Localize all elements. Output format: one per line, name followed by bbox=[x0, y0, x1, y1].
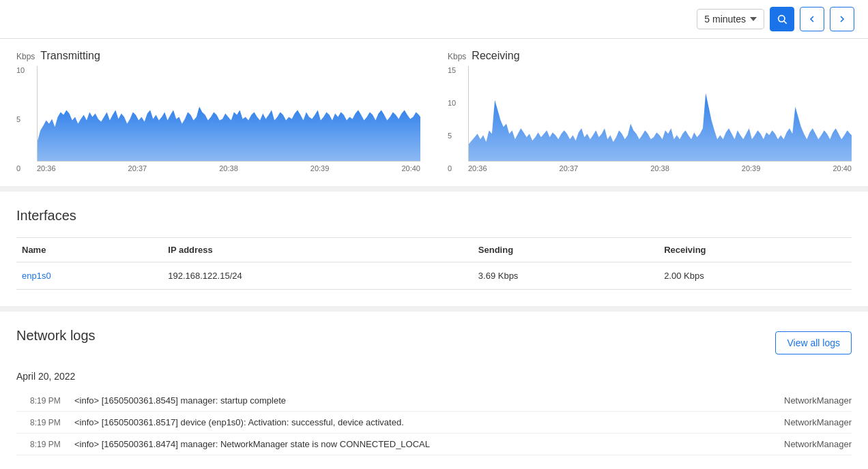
receiving-y-axis: 15 10 5 0 bbox=[448, 66, 456, 172]
receiving-x-axis: 20:36 20:37 20:38 20:39 20:40 bbox=[468, 164, 852, 172]
search-icon bbox=[777, 14, 787, 25]
log-message-1: <info> [1650500361.8517] device (enp1s0)… bbox=[74, 417, 404, 427]
next-button[interactable] bbox=[830, 7, 854, 31]
table-row: enp1s0 192.168.122.15/24 3.69 Kbps 2.00 … bbox=[16, 262, 852, 290]
col-sending: Sending bbox=[473, 238, 659, 262]
log-source-0: NetworkManager bbox=[784, 395, 852, 406]
log-message-0: <info> [1650500361.8545] manager: startu… bbox=[74, 395, 286, 406]
network-logs-card: Network logs View all logs April 20, 202… bbox=[0, 312, 868, 469]
log-time-1: 8:19 PM bbox=[30, 418, 68, 427]
logs-header: Network logs View all logs bbox=[16, 328, 852, 357]
interfaces-title: Interfaces bbox=[16, 208, 852, 224]
section-divider-2 bbox=[0, 306, 868, 312]
svg-line-1 bbox=[784, 21, 787, 24]
transmitting-chart-area bbox=[37, 66, 420, 162]
log-entry-2: 8:19 PM <info> [1650500361.8474] manager… bbox=[16, 434, 852, 455]
chevron-right-icon bbox=[837, 14, 848, 25]
receiving-chart-wrapper: 15 10 5 0 20:36 20:37 bbox=[468, 66, 852, 172]
time-select-value: 5 minutes bbox=[704, 14, 746, 25]
network-logs-title: Network logs bbox=[16, 328, 96, 344]
view-all-logs-button[interactable]: View all logs bbox=[775, 331, 852, 354]
log-source-1: NetworkManager bbox=[784, 417, 852, 427]
interface-sending-cell: 3.69 Kbps bbox=[473, 262, 659, 290]
log-entry-0: 8:19 PM <info> [1650500361.8545] manager… bbox=[16, 390, 852, 412]
receiving-chart-container: Kbps Receiving 15 10 5 0 bbox=[448, 50, 852, 172]
transmitting-chart-wrapper: 10 5 0 20:36 20:37 20:38 bbox=[37, 66, 420, 172]
chevron-down-icon bbox=[750, 17, 757, 21]
charts-section: Kbps Transmitting 10 5 0 bbox=[0, 39, 868, 186]
transmitting-unit: Kbps bbox=[16, 52, 35, 61]
log-source-2: NetworkManager bbox=[784, 439, 852, 449]
col-name: Name bbox=[16, 238, 162, 262]
log-left-0: 8:19 PM <info> [1650500361.8545] manager… bbox=[30, 395, 286, 406]
transmitting-title: Transmitting bbox=[40, 50, 100, 62]
svg-point-0 bbox=[779, 16, 785, 22]
prev-button[interactable] bbox=[800, 7, 824, 31]
chevron-left-icon bbox=[807, 14, 818, 25]
log-entries: 8:19 PM <info> [1650500361.8545] manager… bbox=[16, 390, 852, 455]
receiving-chart-area bbox=[468, 66, 852, 162]
log-date: April 20, 2022 bbox=[16, 371, 852, 382]
interface-ip-cell: 192.168.122.15/24 bbox=[162, 262, 473, 290]
log-left-1: 8:19 PM <info> [1650500361.8517] device … bbox=[30, 417, 404, 427]
interface-link[interactable]: enp1s0 bbox=[22, 271, 51, 281]
interfaces-card: Interfaces Name IP address Sending Recei… bbox=[0, 192, 868, 306]
time-select[interactable]: 5 minutes bbox=[697, 9, 764, 29]
log-left-2: 8:19 PM <info> [1650500361.8474] manager… bbox=[30, 439, 430, 449]
receiving-unit: Kbps bbox=[448, 52, 466, 61]
log-time-2: 8:19 PM bbox=[30, 440, 68, 449]
transmitting-chart-container: Kbps Transmitting 10 5 0 bbox=[16, 50, 420, 172]
log-message-2: <info> [1650500361.8474] manager: Networ… bbox=[74, 439, 430, 449]
receiving-title: Receiving bbox=[472, 50, 519, 62]
log-entry-1: 8:19 PM <info> [1650500361.8517] device … bbox=[16, 412, 852, 434]
top-bar: 5 minutes bbox=[0, 0, 868, 39]
section-divider-1 bbox=[0, 186, 868, 192]
search-button[interactable] bbox=[770, 7, 794, 31]
col-receiving: Receiving bbox=[659, 238, 852, 262]
log-time-0: 8:19 PM bbox=[30, 396, 68, 406]
interface-receiving-cell: 2.00 Kbps bbox=[659, 262, 852, 290]
transmitting-y-axis: 10 5 0 bbox=[16, 66, 25, 172]
table-header-row: Name IP address Sending Receiving bbox=[16, 238, 852, 262]
col-ip: IP address bbox=[162, 238, 473, 262]
interfaces-table: Name IP address Sending Receiving enp1s0… bbox=[16, 237, 852, 290]
interface-name-cell: enp1s0 bbox=[16, 262, 162, 290]
transmitting-x-axis: 20:36 20:37 20:38 20:39 20:40 bbox=[37, 164, 420, 172]
